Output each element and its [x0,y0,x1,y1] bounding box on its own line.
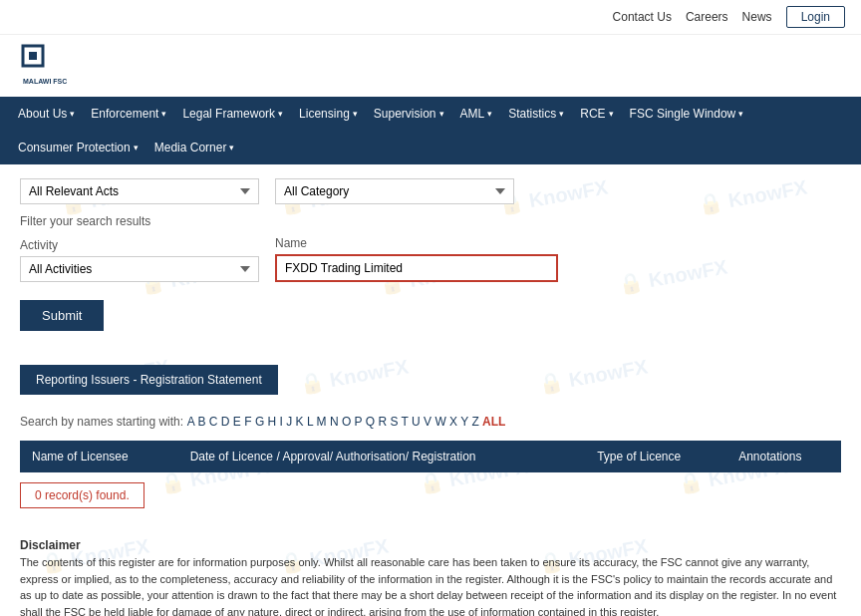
alpha-letters: A B C D E F G H I J K L M N O P Q R S T … [187,415,506,429]
alpha-X[interactable]: X [449,415,457,429]
news-link[interactable]: News [742,10,772,24]
alpha-P[interactable]: P [355,415,363,429]
main-content: 🔒 KnowFX 🔒 KnowFX 🔒 KnowFX 🔒 KnowFX 🔒 Kn… [0,164,861,616]
svg-rect-1 [29,52,37,60]
nav-licensing[interactable]: Licensing ▾ [291,97,366,131]
chevron-down-icon: ▾ [609,109,614,119]
alpha-V[interactable]: V [424,415,431,429]
nav-statistics[interactable]: Statistics ▾ [500,97,572,131]
chevron-down-icon: ▾ [738,109,743,119]
alpha-C[interactable]: C [209,415,218,429]
login-button[interactable]: Login [786,6,845,28]
col-annotations: Annotations [726,441,841,472]
chevron-down-icon: ▾ [353,109,358,119]
col-name-licensee: Name of Licensee [20,441,178,472]
name-label: Name [275,236,558,250]
logo: MALAWI FSC [16,41,76,91]
alpha-Q[interactable]: Q [366,415,375,429]
activity-column: Activity All Activities [20,238,259,282]
alpha-K[interactable]: K [296,415,304,429]
navbar: About Us ▾ Enforcement ▾ Legal Framework… [0,97,861,164]
alpha-R[interactable]: R [378,415,387,429]
alpha-ALL[interactable]: ALL [482,415,505,429]
col-type-licence: Type of Licence [585,441,726,472]
chevron-down-icon: ▾ [161,109,166,119]
reporting-issuers-button[interactable]: Reporting Issuers - Registration Stateme… [20,365,278,395]
alpha-S[interactable]: S [390,415,398,429]
nav-supervision[interactable]: Supervision ▾ [366,97,452,131]
name-input-wrapper [275,254,558,282]
nav-media-corner[interactable]: Media Corner ▾ [146,131,243,164]
top-bar: Contact Us Careers News Login [0,0,861,35]
col-date-licence: Date of Licence / Approval/ Authorisatio… [178,441,585,472]
alpha-B[interactable]: B [197,415,205,429]
svg-text:MALAWI FSC: MALAWI FSC [23,78,67,85]
activity-filter[interactable]: All Activities [20,256,259,282]
nav-consumer-protection[interactable]: Consumer Protection ▾ [10,131,146,164]
nav-fsc-single-window[interactable]: FSC Single Window ▾ [622,97,752,131]
submit-button[interactable]: Submit [20,300,104,331]
no-records-message: 0 record(s) found. [20,482,144,508]
contact-us-link[interactable]: Contact Us [613,10,672,24]
reporting-section: Reporting Issuers - Registration Stateme… [20,347,841,395]
alpha-T[interactable]: T [402,415,409,429]
disclaimer-title: Disclaimer [20,536,841,554]
alpha-I[interactable]: I [280,415,283,429]
alpha-prefix: Search by names starting with: [20,415,183,429]
alpha-N[interactable]: N [330,415,339,429]
alpha-J[interactable]: J [286,415,292,429]
alpha-H[interactable]: H [268,415,277,429]
alpha-O[interactable]: O [342,415,351,429]
nav-rce[interactable]: RCE ▾ [572,97,621,131]
activity-name-row: Activity All Activities Name [20,236,841,282]
disclaimer-section: Disclaimer The contents of this register… [20,536,841,616]
alpha-search-section: Search by names starting with: A B C D E… [20,415,841,429]
nav-enforcement[interactable]: Enforcement ▾ [83,97,174,131]
table-header: Name of Licensee Date of Licence / Appro… [20,441,841,472]
acts-filter[interactable]: All Relevant Acts [20,178,259,204]
chevron-down-icon: ▾ [278,109,283,119]
chevron-down-icon: ▾ [439,109,444,119]
alpha-L[interactable]: L [307,415,313,429]
category-filter[interactable]: All Category [275,178,514,204]
alpha-A[interactable]: A [187,415,194,429]
results-table: Name of Licensee Date of Licence / Appro… [20,441,841,472]
alpha-F[interactable]: F [244,415,251,429]
filter-row-top: All Relevant Acts All Category [20,178,841,204]
chevron-down-icon: ▾ [559,109,564,119]
alpha-M[interactable]: M [317,415,327,429]
chevron-down-icon: ▾ [70,109,75,119]
disclaimer-text: The contents of this register are for in… [20,554,841,616]
name-column: Name [275,236,558,282]
alpha-E[interactable]: E [233,415,241,429]
filter-title: Filter your search results [20,214,841,228]
name-input[interactable] [277,256,556,280]
alpha-G[interactable]: G [255,415,264,429]
nav-aml[interactable]: AML ▾ [452,97,501,131]
alpha-Y[interactable]: Y [460,415,468,429]
alpha-D[interactable]: D [221,415,230,429]
chevron-down-icon: ▾ [487,109,492,119]
careers-link[interactable]: Careers [686,10,728,24]
nav-about-us[interactable]: About Us ▾ [10,97,83,131]
activity-label: Activity [20,238,259,252]
alpha-Z[interactable]: Z [471,415,478,429]
alpha-W[interactable]: W [434,415,445,429]
header: MALAWI FSC [0,35,861,97]
alpha-U[interactable]: U [412,415,421,429]
chevron-down-icon: ▾ [229,143,234,153]
chevron-down-icon: ▾ [134,143,139,153]
nav-legal-framework[interactable]: Legal Framework ▾ [174,97,291,131]
